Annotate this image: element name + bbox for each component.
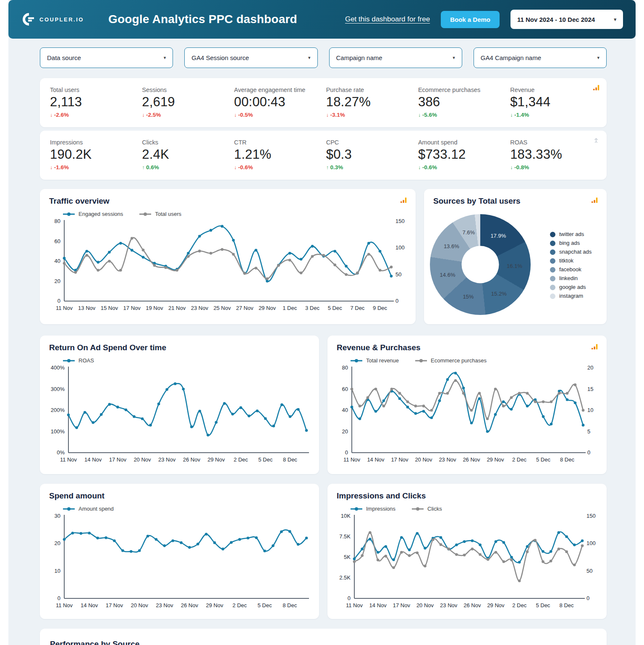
legend-item-total-revenue: Total revenue (350, 357, 399, 364)
arrow-down-icon: ↓ (234, 112, 236, 118)
svg-text:2 Dec: 2 Dec (233, 602, 247, 608)
kpi-delta: ↓ -5.6% (418, 112, 507, 118)
filter-ga4-session-source[interactable]: GA4 Session source▾ (184, 47, 317, 68)
arrow-down-icon: ↓ (50, 112, 52, 118)
kpi-impressions: Impressions190.2K↓ -1.6% (50, 139, 142, 170)
coupler-logo-icon (23, 13, 35, 26)
kpi-card-row-2: Impressions190.2K↓ -1.6%Clicks2.4K↑ 0.6%… (40, 131, 607, 180)
legend-dot-icon (550, 267, 555, 273)
dashboard-page: COUPLER.IO Google Analytics PPC dashboar… (8, 0, 636, 645)
svg-text:26 Nov: 26 Nov (181, 602, 199, 608)
card-title-performance-by-source: Performance by Source (50, 640, 597, 645)
traffic-overview-chart[interactable]: 02040608005010015011 Nov13 Nov15 Nov17 N… (45, 218, 411, 314)
svg-text:23 Nov: 23 Nov (439, 456, 456, 463)
legend-dot-icon (550, 241, 555, 246)
sources-donut-chart[interactable]: 17.9%16.1%15.2%15%14.6%13.6%7.6% (430, 214, 531, 315)
kpi-strip: Impressions190.2K↓ -1.6%Clicks2.4K↑ 0.6%… (40, 131, 607, 170)
kpi-value: 386 (418, 94, 507, 110)
filter-label: GA4 Session source (191, 54, 249, 61)
kpi-label: Sessions (142, 87, 230, 93)
kpi-label: Amount spend (418, 139, 507, 146)
svg-text:5 Dec: 5 Dec (258, 602, 272, 608)
svg-text:100%: 100% (51, 428, 65, 435)
svg-text:10K: 10K (341, 513, 351, 519)
donut-legend-item-google-ads: google ads (550, 284, 592, 291)
spend-amount-card: Spend amount Amount spend 010203011 Nov1… (40, 484, 319, 619)
date-range-value: 11 Nov 2024 - 10 Dec 2024 (517, 16, 595, 23)
roas-chart[interactable]: 0%100%200%300%400%11 Nov14 Nov17 Nov20 N… (45, 364, 314, 465)
svg-text:9 Dec: 9 Dec (373, 305, 387, 311)
filter-label: GA4 Campaign name (481, 54, 541, 61)
legend-label: Total revenue (366, 357, 399, 364)
svg-text:40: 40 (342, 407, 348, 413)
chevron-down-icon: ▾ (597, 55, 599, 60)
donut-ring[interactable]: 17.9%16.1%15.2%15%14.6%13.6%7.6% (430, 214, 531, 315)
svg-text:7 Dec: 7 Dec (350, 305, 364, 311)
spend-amount-chart[interactable]: 010203011 Nov14 Nov17 Nov20 Nov23 Nov26 … (45, 513, 314, 611)
sources-by-total-users-card: Sources by Total users 17.9%16.1%15.2%15… (424, 189, 607, 324)
kpi-delta: ↓ -1.4% (510, 112, 599, 118)
svg-text:400%: 400% (51, 364, 65, 371)
svg-text:26 Nov: 26 Nov (183, 456, 201, 463)
svg-text:0: 0 (587, 449, 590, 456)
svg-text:29 Nov: 29 Nov (207, 456, 225, 463)
revenue-purchases-chart[interactable]: 0204060800510152011 Nov14 Nov17 Nov20 No… (332, 364, 602, 465)
svg-text:21 Nov: 21 Nov (168, 305, 186, 311)
book-demo-button[interactable]: Book a Demo (441, 11, 500, 28)
legend-item-ecommerce-purchases: Ecommerce purchases (415, 357, 487, 364)
date-range-select[interactable]: 11 Nov 2024 - 10 Dec 2024 ▾ (510, 10, 623, 29)
chevron-down-icon: ▾ (453, 55, 455, 60)
page-title: Google Analytics PPC dashboard (108, 13, 297, 26)
arrow-up-icon: ↑ (326, 165, 329, 170)
donut-legend-item-facebook: facebook (550, 266, 592, 273)
kpi-average-engagement-time: Average engagement time00:00:43↓ -0.5% (234, 87, 326, 118)
kpi-cpc: CPC$0.3↑ 0.3% (326, 139, 418, 170)
filter-campaign-name[interactable]: Campaign name▾ (329, 47, 462, 68)
svg-text:11 Nov: 11 Nov (346, 602, 363, 608)
impressions-clicks-card: Impressions and Clicks ImpressionsClicks… (327, 484, 607, 619)
svg-text:8 Dec: 8 Dec (560, 456, 574, 463)
svg-text:23 Nov: 23 Nov (191, 305, 209, 311)
svg-text:80: 80 (55, 218, 60, 224)
kpi-value: 18.27% (326, 94, 415, 110)
donut-slice-label-facebook: 14.6% (440, 272, 456, 278)
kpi-delta: ↓ -1.6% (50, 164, 139, 170)
filter-ga4-campaign-name[interactable]: GA4 Campaign name▾ (474, 47, 607, 68)
get-dashboard-link[interactable]: Get this dashboard for free (345, 15, 430, 24)
svg-text:0: 0 (58, 298, 60, 304)
svg-text:40: 40 (55, 258, 60, 264)
svg-text:20: 20 (587, 364, 593, 371)
svg-text:23 Nov: 23 Nov (156, 602, 173, 608)
donut-legend-item-linkedin: linkedin (550, 275, 592, 282)
kpi-value: $0.3 (326, 147, 415, 162)
kpi-value: 1.21% (234, 147, 322, 162)
filter-data-source[interactable]: Data source▾ (40, 47, 173, 68)
svg-text:10: 10 (587, 407, 593, 413)
card-title-spend-amount: Spend amount (49, 491, 105, 501)
kpi-label: Ecommerce purchases (418, 87, 507, 93)
analytics-bars-icon (593, 84, 600, 93)
arrow-down-icon: ↓ (142, 112, 144, 118)
kpi-delta: ↑ 0.6% (142, 164, 230, 170)
svg-text:3 Dec: 3 Dec (305, 305, 319, 311)
legend-label: Impressions (366, 506, 395, 512)
kpi-delta: ↓ -3.1% (326, 112, 415, 118)
filter-label: Data source (47, 54, 81, 61)
donut-legend-item-snapchat-ads: snapchat ads (550, 249, 592, 255)
card-title-revenue-purchases: Revenue & Purchases (337, 343, 421, 352)
donut-slice-label-linkedin: 13.6% (444, 243, 459, 249)
impressions-clicks-chart[interactable]: 02.5K5K7.5K10K05010015011 Nov14 Nov17 No… (332, 513, 602, 611)
svg-text:5 Dec: 5 Dec (258, 456, 272, 463)
legend-dot-icon (550, 249, 555, 255)
legend-line-icon (350, 507, 363, 511)
analytics-bars-icon (591, 343, 598, 352)
kpi-value: 190.2K (50, 147, 139, 162)
svg-text:5 Dec: 5 Dec (536, 602, 550, 608)
card-title-traffic-overview: Traffic overview (49, 197, 110, 206)
svg-text:26 Nov: 26 Nov (463, 456, 480, 463)
coupler-logo[interactable]: COUPLER.IO (23, 13, 84, 26)
kpi-delta: ↓ -0.8% (510, 164, 599, 170)
traffic-overview-card: Traffic overview Engaged sessionsTotal u… (40, 189, 416, 324)
revenue-purchases-legend: Total revenueEcommerce purchases (350, 357, 607, 364)
legend-label: ROAS (79, 357, 94, 364)
